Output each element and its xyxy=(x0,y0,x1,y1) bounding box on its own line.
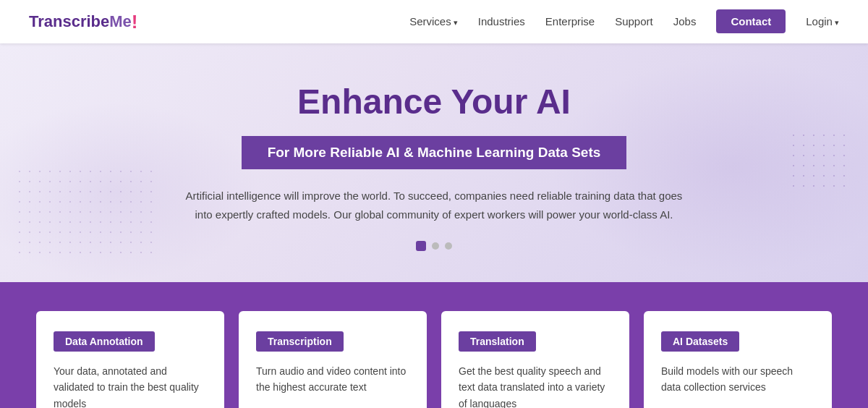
hero-dots-right xyxy=(788,130,846,188)
service-desc-3: Build models with our speech data collec… xyxy=(661,363,814,396)
nav-link-services[interactable]: Services xyxy=(409,15,458,27)
nav-item-services[interactable]: Services xyxy=(409,15,458,28)
indicator-2[interactable] xyxy=(432,242,439,250)
indicator-1[interactable] xyxy=(416,241,426,251)
service-tag-0: Data Annotation xyxy=(54,331,155,352)
service-card-1[interactable]: TranscriptionTurn audio and video conten… xyxy=(239,311,427,408)
indicator-3[interactable] xyxy=(445,242,452,250)
nav-link-enterprise[interactable]: Enterprise xyxy=(545,15,595,27)
nav-item-contact[interactable]: Contact xyxy=(716,15,786,28)
service-tag-3: AI Datasets xyxy=(661,331,739,352)
nav-link-jobs[interactable]: Jobs xyxy=(673,15,697,27)
navbar: TranscribeMe! Services Industries Enterp… xyxy=(0,0,868,43)
hero-subtitle: For More Reliable AI & Machine Learning … xyxy=(242,136,627,169)
service-card-2[interactable]: TranslationGet the best quality speech a… xyxy=(441,311,629,408)
nav-item-login[interactable]: Login xyxy=(806,15,839,28)
logo-transcribe: Transcribe xyxy=(29,12,109,31)
nav-item-jobs[interactable]: Jobs xyxy=(673,15,697,28)
service-desc-2: Get the best quality speech and text dat… xyxy=(459,363,612,408)
hero-title: Enhance Your AI xyxy=(297,82,571,122)
services-section: Data AnnotationYour data, annotated and … xyxy=(0,282,868,408)
logo-me: Me xyxy=(109,12,132,31)
service-desc-0: Your data, annotated and validated to tr… xyxy=(54,363,207,408)
nav-link-support[interactable]: Support xyxy=(615,15,653,27)
hero-description: Artificial intelligence will improve the… xyxy=(181,187,687,224)
hero-section: Enhance Your AI For More Reliable AI & M… xyxy=(0,43,868,282)
nav-item-support[interactable]: Support xyxy=(615,15,653,28)
service-tag-1: Transcription xyxy=(256,331,344,352)
service-card-0[interactable]: Data AnnotationYour data, annotated and … xyxy=(36,311,224,408)
service-desc-1: Turn audio and video content into the hi… xyxy=(256,363,409,396)
hero-indicators xyxy=(416,241,452,251)
logo[interactable]: TranscribeMe! xyxy=(29,11,138,33)
nav-item-enterprise[interactable]: Enterprise xyxy=(545,15,595,28)
nav-link-login[interactable]: Login xyxy=(806,15,839,27)
nav-item-industries[interactable]: Industries xyxy=(478,15,525,28)
contact-button[interactable]: Contact xyxy=(716,9,786,33)
nav-link-industries[interactable]: Industries xyxy=(478,15,525,27)
nav-links: Services Industries Enterprise Support J… xyxy=(409,15,839,28)
service-card-3[interactable]: AI DatasetsBuild models with our speech … xyxy=(644,311,832,408)
hero-dots-left xyxy=(14,166,159,253)
service-tag-2: Translation xyxy=(459,331,536,352)
logo-exclaim: ! xyxy=(132,11,138,33)
